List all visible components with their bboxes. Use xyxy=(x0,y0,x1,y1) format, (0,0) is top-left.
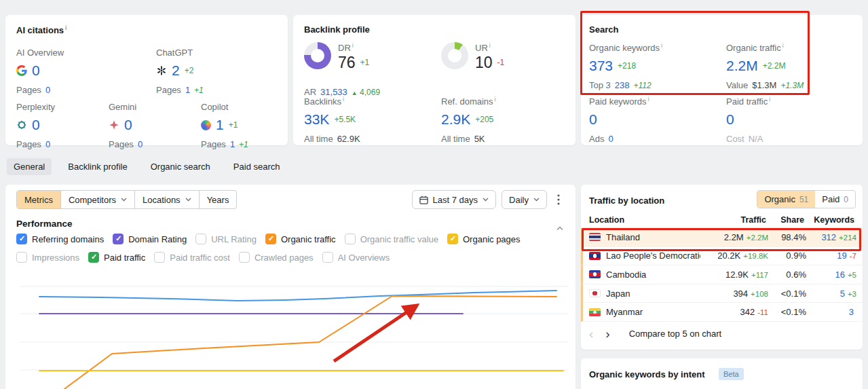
tab-general[interactable]: General xyxy=(7,158,52,175)
gemini-value: 0 xyxy=(124,117,132,133)
metric-checkbox[interactable]: AI Overviews xyxy=(322,252,390,263)
beta-badge: Beta xyxy=(719,368,744,380)
info-icon[interactable]: i xyxy=(343,96,344,103)
checkbox-box-icon xyxy=(239,252,250,263)
date-range-button[interactable]: Last 7 days xyxy=(412,190,497,209)
metric-checkbox[interactable]: Organic pages xyxy=(447,234,521,244)
chevron-down-icon xyxy=(121,198,127,202)
keywords-by-intent-card: Organic keywords by intent Beta xyxy=(581,358,863,389)
granularity-button[interactable]: Daily xyxy=(502,190,547,209)
location-row[interactable]: Japan 394+108 <0.1% 5+3 xyxy=(581,284,863,303)
location-traffic: 2.2M+2.2M xyxy=(700,232,768,242)
country-flag-icon xyxy=(589,270,601,278)
location-table-header: Location Traffic Share Keywords xyxy=(581,212,863,228)
location-keywords: 3 xyxy=(806,307,856,317)
next-page-icon[interactable]: › xyxy=(605,327,609,340)
perplexity-icon xyxy=(16,119,27,130)
tab-backlink-profile[interactable]: Backlink profile xyxy=(61,158,134,175)
checkbox-label: Organic traffic xyxy=(281,234,336,244)
traffic-by-location-title: Traffic by location xyxy=(589,196,664,206)
metric-checkbox[interactable]: Organic traffic xyxy=(265,234,336,244)
competitors-filter-button[interactable]: Competitors xyxy=(60,191,134,208)
checkbox-box-icon xyxy=(16,234,27,244)
backlink-profile-card: Backlink profile DRi 76+1 AR31,533▲ 4,06… xyxy=(293,15,575,145)
organic-paid-toggle: Organic51 Paid0 xyxy=(757,190,856,208)
metric-checkbox[interactable]: Crawled pages xyxy=(239,252,314,263)
location-keywords: 5+3 xyxy=(806,289,856,299)
location-share: <0.1% xyxy=(768,289,806,299)
info-icon[interactable]: i xyxy=(65,24,67,31)
location-share: 0.6% xyxy=(768,270,806,280)
location-row[interactable]: Myanmar 342-11 <0.1% 3 xyxy=(581,303,863,322)
info-icon[interactable]: i xyxy=(769,96,770,103)
metric-checkbox[interactable]: Impressions xyxy=(16,252,79,263)
country-flag-icon xyxy=(589,252,601,260)
metric-checkbox-grid: Referring domains Domain Rating URL Rati… xyxy=(16,234,566,263)
dr-value: 76 xyxy=(338,54,356,72)
checkbox-box-icon xyxy=(195,234,206,244)
location-row[interactable]: Lao People's Democratic Reput 20.2K+19.8… xyxy=(581,247,863,266)
checkbox-box-icon xyxy=(154,252,165,263)
ai-citations-title: AI citationsi xyxy=(16,24,67,35)
country-flag-icon xyxy=(589,308,601,316)
metric-checkbox[interactable]: Organic traffic value xyxy=(345,234,438,244)
copilot-value: 1 xyxy=(216,117,224,133)
location-row[interactable]: Thailand 2.2M+2.2M 98.4% 312+214 xyxy=(581,228,863,247)
location-keywords: 312+214 xyxy=(806,232,856,242)
info-icon[interactable]: i xyxy=(495,96,496,103)
metric-checkbox[interactable]: Domain Rating xyxy=(113,234,187,244)
gemini-icon xyxy=(109,119,119,130)
metric-checkbox[interactable]: URL Rating xyxy=(195,234,257,244)
annotation-arrow xyxy=(334,308,413,361)
performance-line-chart[interactable] xyxy=(5,266,575,389)
organic-keywords-metric: Organic keywordsi 373+218 Top 3238+112 xyxy=(589,42,662,90)
report-tabs: General Backlink profile Organic search … xyxy=(7,158,287,175)
metric-checkbox[interactable]: Referring domains xyxy=(16,234,104,244)
location-name: Cambodia xyxy=(606,270,646,280)
checkbox-box-icon xyxy=(447,234,458,244)
organic-traffic-value: 2.2M xyxy=(726,58,758,74)
checkbox-label: Impressions xyxy=(32,253,79,263)
filter-bar: Metrics Competitors Locations Years Last… xyxy=(16,190,565,209)
search-title: Search xyxy=(589,24,618,35)
traffic-by-location-card: Traffic by location Organic51 Paid0 Loca… xyxy=(581,185,863,350)
collapse-chevron-up-icon[interactable] xyxy=(556,221,563,234)
country-flag-icon xyxy=(589,289,601,297)
info-icon[interactable]: i xyxy=(661,42,662,49)
location-name: Myanmar xyxy=(606,307,643,317)
location-traffic: 20.2K+19.8K xyxy=(700,251,768,261)
years-filter-button[interactable]: Years xyxy=(199,191,237,208)
prev-page-icon[interactable]: ‹ xyxy=(589,327,593,340)
info-icon[interactable]: i xyxy=(648,96,649,103)
compare-top5-link[interactable]: Compare top 5 on chart xyxy=(629,329,722,339)
copilot-icon xyxy=(201,120,211,130)
tab-paid-search[interactable]: Paid search xyxy=(227,158,287,175)
more-options-kebab-icon[interactable] xyxy=(552,193,565,206)
paid-toggle-button[interactable]: Paid0 xyxy=(815,191,855,208)
location-name: Thailand xyxy=(606,232,640,242)
calendar-icon xyxy=(419,196,428,204)
checkbox-label: AI Overviews xyxy=(338,253,390,263)
ur-donut-chart xyxy=(441,42,468,69)
metric-checkbox[interactable]: Paid traffic cost xyxy=(154,252,230,263)
organic-toggle-button[interactable]: Organic51 xyxy=(757,191,815,208)
paid-keywords-value: 0 xyxy=(589,111,597,128)
tab-organic-search[interactable]: Organic search xyxy=(144,158,217,175)
metrics-filter-button[interactable]: Metrics xyxy=(17,191,60,208)
chevron-down-icon xyxy=(185,198,191,202)
locations-filter-button[interactable]: Locations xyxy=(134,191,199,208)
checkbox-label: Paid traffic xyxy=(104,253,145,263)
location-row[interactable]: Cambodia 12.9K+117 0.6% 16+5 xyxy=(581,265,863,284)
backlinks-metric: Backlinksi 33K+5.5K All time62.9K xyxy=(304,96,360,144)
performance-card: Metrics Competitors Locations Years Last… xyxy=(5,185,575,389)
chatgpt-value: 2 xyxy=(172,62,180,79)
info-icon[interactable]: i xyxy=(352,42,354,49)
info-icon[interactable]: i xyxy=(782,42,784,49)
checkbox-box-icon xyxy=(265,234,276,244)
metric-checkbox[interactable]: Paid traffic xyxy=(88,252,145,263)
info-icon[interactable]: i xyxy=(489,42,491,49)
url-rating-metric: URi 10-1 xyxy=(441,42,504,71)
keywords-by-intent-title: Organic keywords by intent xyxy=(589,369,705,379)
backlinks-value: 33K xyxy=(304,111,329,128)
search-card: Search Organic keywordsi 373+218 Top 323… xyxy=(581,15,863,145)
